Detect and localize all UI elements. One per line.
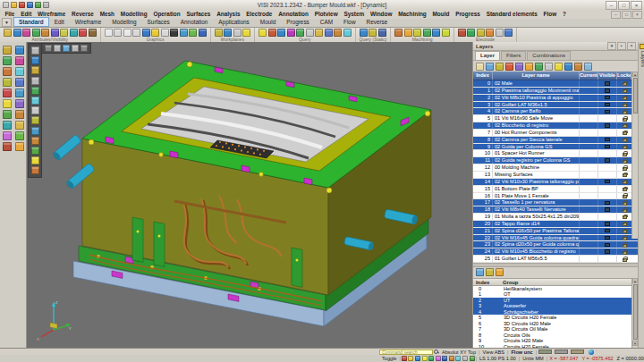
visible-icon[interactable] (605, 180, 610, 184)
toolbar-icon[interactable] (3, 78, 12, 87)
lock-icon[interactable] (623, 89, 627, 93)
status-toolbar-icon[interactable] (455, 356, 461, 361)
ribbon-tool-icon[interactable] (22, 29, 30, 37)
layer-visible-cell[interactable] (598, 248, 617, 255)
ribbon-tool-icon[interactable] (458, 29, 466, 37)
groups-toolbar-icon[interactable] (476, 268, 484, 276)
ribbon-tool-icon[interactable] (343, 29, 352, 37)
layer-current-cell[interactable] (580, 80, 598, 87)
ribbon-tool-icon[interactable] (161, 29, 169, 37)
viewport-toolbar-icon[interactable] (31, 137, 39, 145)
layer-row[interactable]: 501 Viti M16x90 Safe Move (473, 115, 638, 122)
layer-row[interactable]: 1702 Tassello 1 per nervatura (473, 199, 638, 206)
layer-visible-cell[interactable] (598, 95, 617, 101)
ribbon-tab-edit[interactable]: Edit (49, 17, 70, 27)
status-swatch[interactable] (555, 349, 568, 354)
layers-toolbar-icon[interactable] (486, 63, 494, 71)
visible-icon[interactable] (605, 222, 610, 226)
layer-locked-cell[interactable] (617, 122, 631, 129)
ribbon-tab-standard[interactable]: Standard (13, 17, 49, 27)
ribbon-tool-icon[interactable] (215, 29, 223, 37)
layer-visible-cell[interactable] (598, 157, 617, 164)
layer-current-cell[interactable] (580, 235, 598, 241)
layers-panel-tab-combinations[interactable]: Combinations (527, 51, 571, 60)
ribbon-tool-icon[interactable] (199, 29, 207, 37)
lock-icon[interactable] (623, 104, 627, 107)
lock-icon[interactable] (623, 173, 627, 177)
toolbar-icon[interactable] (15, 110, 24, 119)
toolbar-icon[interactable] (15, 142, 24, 151)
layer-visible-cell[interactable] (598, 221, 617, 227)
flow-mode[interactable]: Flow unc (508, 349, 535, 355)
layer-visible-cell[interactable] (598, 256, 617, 262)
toolbar-icon[interactable] (15, 99, 24, 108)
visible-icon[interactable] (605, 207, 610, 212)
status-toolbar-icon[interactable] (449, 356, 454, 361)
visible-icon[interactable] (605, 236, 610, 240)
lock-icon[interactable] (623, 97, 627, 100)
layer-current-cell[interactable] (580, 179, 598, 185)
layer-row[interactable]: 2202 Viti M16x45 Guida colonna quadra (473, 235, 638, 242)
toggle-label[interactable]: Toggle (379, 356, 399, 361)
layer-row[interactable]: 2302 Spina d20x50 per Guida colonna quad… (473, 241, 638, 248)
layer-locked-cell[interactable] (617, 108, 631, 114)
lock-icon[interactable] (623, 230, 627, 233)
status-toolbar-icon[interactable] (436, 356, 441, 361)
ribbon-tool-icon[interactable] (325, 29, 333, 37)
ribbon-tool-icon[interactable] (306, 29, 314, 37)
status-toolbar-icon[interactable] (422, 356, 428, 361)
layer-locked-cell[interactable] (617, 115, 631, 122)
viewport-toolbar-icon[interactable] (31, 106, 39, 114)
toolbar-icon[interactable] (3, 142, 12, 151)
ribbon-tool-icon[interactable] (467, 29, 475, 37)
lock-icon[interactable] (623, 181, 627, 184)
toolbar-icon[interactable] (3, 67, 12, 76)
layer-visible-cell[interactable] (598, 108, 617, 114)
ribbon-tool-icon[interactable] (32, 29, 40, 37)
layers-toolbar-icon[interactable] (505, 63, 513, 71)
layer-current-cell[interactable] (580, 157, 598, 164)
visible-icon[interactable] (605, 243, 610, 248)
ribbon-tab-wireframe[interactable]: Wireframe (70, 17, 106, 27)
layer-visible-cell[interactable] (598, 179, 617, 185)
layer-row[interactable]: 1001 Spacer Hot Runner (473, 150, 638, 157)
layer-visible-cell[interactable] (598, 186, 617, 192)
status-swatch[interactable] (571, 349, 584, 354)
lock-icon[interactable] (623, 244, 627, 248)
ribbon-tool-icon[interactable] (132, 29, 140, 37)
layer-locked-cell[interactable] (617, 228, 631, 234)
layer-row[interactable]: 1402 Viti M10x30 Piastrina tallonaggio p… (473, 179, 638, 186)
ribbon-tool-icon[interactable] (123, 29, 131, 37)
layer-row[interactable]: 102 Piastrina tallonaggio Movimenti matr… (473, 88, 638, 95)
panel-dock-icon[interactable]: ▾ (607, 42, 616, 50)
layer-current-cell[interactable] (580, 206, 598, 213)
ribbon-tool-icon[interactable] (89, 29, 97, 37)
layer-locked-cell[interactable] (617, 80, 631, 87)
status-toolbar-icon[interactable] (402, 356, 407, 361)
layer-visible-cell[interactable] (598, 80, 617, 87)
layers-toolbar-icon[interactable] (584, 63, 592, 71)
toolbar-icon[interactable] (3, 46, 12, 55)
command-search-input[interactable]: Command search (379, 349, 433, 355)
visible-icon[interactable] (605, 123, 610, 128)
layer-row[interactable]: 1802 Viti M8x40 Tasselli Nervature (473, 206, 638, 214)
layer-row[interactable]: 802 Camma per Stecca laterale (473, 137, 638, 144)
ribbon-tool-icon[interactable] (369, 29, 377, 37)
layer-current-cell[interactable] (580, 122, 598, 129)
lock-icon[interactable] (623, 82, 627, 86)
layer-row[interactable]: 13Missing Surfaces (473, 172, 638, 179)
toolbar-icon[interactable] (3, 110, 12, 119)
layer-visible-cell[interactable] (598, 88, 617, 94)
ribbon-tool-icon[interactable] (360, 29, 368, 37)
layer-visible-cell[interactable] (598, 199, 617, 206)
layer-visible-cell[interactable] (598, 115, 617, 122)
toolbar-icon[interactable] (15, 56, 24, 65)
layer-visible-cell[interactable] (598, 150, 617, 156)
layer-locked-cell[interactable] (617, 256, 631, 262)
visible-icon[interactable] (605, 201, 610, 206)
lock-icon[interactable] (623, 223, 627, 226)
ribbon-tab-flow[interactable]: Flow (338, 17, 361, 27)
layer-row[interactable]: 002 Male (473, 80, 638, 88)
lock-icon[interactable] (623, 258, 627, 262)
ribbon-tool-icon[interactable] (404, 29, 412, 37)
